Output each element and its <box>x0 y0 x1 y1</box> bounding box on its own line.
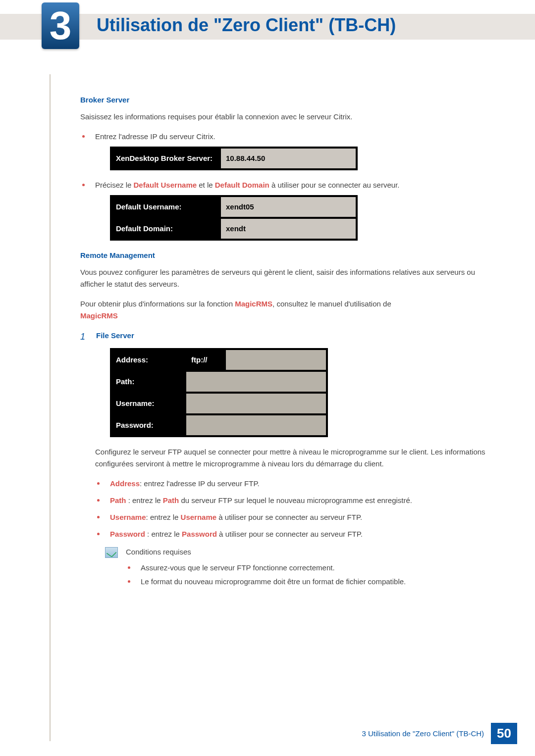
du-t: à utiliser pour se connecter au serveur … <box>216 513 362 521</box>
note-item-2: Le format du nouveau microprogramme doit… <box>126 576 491 588</box>
note-item-1: Assurez-vous que le serveur FTP fonction… <box>126 562 491 574</box>
note-block: Conditions requises Assurez-vous que le … <box>105 546 491 590</box>
chapter-title: Utilisation de "Zero Client" (TB-CH) <box>97 15 396 36</box>
ui-value-broker-server: 10.88.44.50 <box>221 149 356 168</box>
ui-row-broker-server: XenDesktop Broker Server: 10.88.44.50 <box>112 149 356 168</box>
ui-label-broker-server: XenDesktop Broker Server: <box>112 149 221 168</box>
ui-label-default-domain: Default Domain: <box>112 219 221 239</box>
ui-row-address: Address: ftp:// <box>112 350 326 370</box>
default-domain-term: Default Domain <box>215 181 269 189</box>
step-label-file-server: File Server <box>96 330 134 344</box>
rp2b: , consultez le manuel d'utilisation de <box>272 300 391 308</box>
section-broker-server: Broker Server <box>80 94 491 106</box>
chapter-number-badge: 3 <box>42 2 79 49</box>
step-number: 1 <box>80 330 92 344</box>
dw-t: à utiliser pour se connecter au serveur … <box>217 530 363 538</box>
ui-label-path: Path: <box>112 372 186 392</box>
da-t: : entrez l'adresse IP du serveur FTP. <box>140 479 260 488</box>
ui-input-path <box>186 372 326 392</box>
ui-value-protocol: ftp:// <box>186 350 226 370</box>
page-footer: 3 Utilisation de "Zero Client" (TB-CH) 5… <box>362 723 517 744</box>
detail-path: Path : entrez le Path du serveur FTP sur… <box>95 495 491 506</box>
ui-label-password: Password: <box>112 415 186 435</box>
ui-row-default-username: Default Username: xendt05 <box>112 197 356 217</box>
note-title: Conditions requises <box>126 546 491 558</box>
dw-m: : entrez le <box>145 530 182 538</box>
ui-row-username: Username: <box>112 392 326 413</box>
dp-m: : entrez le <box>126 496 163 504</box>
page-number: 50 <box>491 723 517 744</box>
footer-text: 3 Utilisation de "Zero Client" (TB-CH) <box>362 729 484 738</box>
remote-p1: Vous pouvez configurer les paramètres de… <box>80 266 491 290</box>
dw-b: Password <box>110 530 145 538</box>
dp-t: du serveur FTP sur lequel le nouveau mic… <box>179 496 412 504</box>
step-file-server: 1 File Server <box>80 330 491 344</box>
ui-row-password: Password: <box>112 413 326 435</box>
t3: à utiliser pour se connecter au serveur. <box>269 181 400 189</box>
remote-p2: Pour obtenir plus d'informations sur la … <box>80 298 491 322</box>
du-m: : entrez le <box>146 513 181 521</box>
da-b: Address <box>110 479 140 488</box>
ui-xendesktop-broker: XenDesktop Broker Server: 10.88.44.50 <box>110 147 358 170</box>
ui-row-default-domain: Default Domain: xendt <box>112 217 356 239</box>
du-b2: Username <box>181 513 217 521</box>
t2: et le <box>197 181 215 189</box>
ui-default-credentials: Default Username: xendt05 Default Domain… <box>110 195 358 241</box>
chapter-number: 3 <box>50 6 72 46</box>
magicrms-link-1: MagicRMS <box>235 300 272 308</box>
magicrms-link-2: MagicRMS <box>80 311 118 320</box>
ui-input-password <box>186 415 326 435</box>
detail-password: Password : entrez le Password à utiliser… <box>95 528 491 540</box>
bullet-broker-ip-text: Entrez l'adresse IP du serveur Citrix. <box>95 132 215 141</box>
bullet-broker-ip: Entrez l'adresse IP du serveur Citrix. X… <box>80 131 491 170</box>
note-icon <box>105 547 118 558</box>
rp2a: Pour obtenir plus d'informations sur la … <box>80 300 235 308</box>
file-desc: Configurez le serveur FTP auquel se conn… <box>95 446 491 470</box>
ui-label-default-username: Default Username: <box>112 197 221 217</box>
ui-label-username: Username: <box>112 394 186 413</box>
ui-input-username <box>186 394 326 413</box>
ui-label-address: Address: <box>112 350 186 370</box>
du-b: Username <box>110 513 146 521</box>
dp-b: Path <box>110 496 126 504</box>
ui-value-default-username: xendt05 <box>221 197 356 217</box>
section-remote-management: Remote Management <box>80 250 491 261</box>
ui-file-server: Address: ftp:// Path: Username: Password… <box>110 348 328 437</box>
ui-row-path: Path: <box>112 370 326 392</box>
dp-b2: Path <box>163 496 179 504</box>
bullet-default-credentials: Précisez le Default Username et le Defau… <box>80 179 491 241</box>
dw-b2: Password <box>182 530 217 538</box>
default-username-term: Default Username <box>134 181 197 189</box>
detail-username: Username: entrez le Username à utiliser … <box>95 511 491 523</box>
broker-intro: Saisissez les informations requises pour… <box>80 111 491 123</box>
detail-address: Address: entrez l'adresse IP du serveur … <box>95 478 491 490</box>
ui-input-address <box>226 350 326 370</box>
left-margin-rule <box>50 74 51 741</box>
ui-value-default-domain: xendt <box>221 219 356 239</box>
t1: Précisez le <box>95 181 134 189</box>
